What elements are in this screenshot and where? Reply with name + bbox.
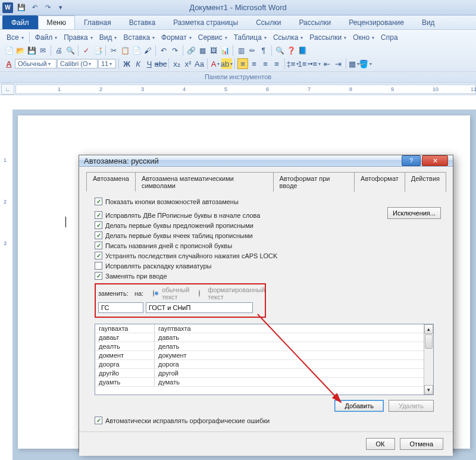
open-icon[interactable]: 📂 bbox=[15, 45, 26, 56]
menu-service[interactable]: Сервис bbox=[195, 32, 230, 43]
drawing-icon[interactable]: ✏ bbox=[247, 45, 258, 56]
chk-auto-spell[interactable] bbox=[95, 417, 102, 424]
scroll-down-icon[interactable]: ▾ bbox=[424, 385, 433, 395]
dlg-tab-math[interactable]: Автозамена математическими символами bbox=[135, 172, 274, 192]
menu-help[interactable]: Спра bbox=[378, 32, 401, 43]
spell-icon[interactable]: ✓ bbox=[81, 45, 92, 56]
dlg-tab-autoformat[interactable]: Автоформат bbox=[354, 172, 405, 192]
align-justify-icon[interactable]: ≡ bbox=[271, 58, 282, 69]
list-item[interactable]: дооргадорога bbox=[95, 360, 433, 369]
print-icon[interactable]: 🖨 bbox=[54, 45, 64, 56]
add-button[interactable]: Добавить bbox=[334, 400, 384, 412]
style-a-icon[interactable]: A bbox=[4, 58, 14, 69]
help-icon[interactable]: ❓ bbox=[286, 45, 296, 56]
chk-two-caps[interactable] bbox=[95, 211, 102, 219]
superscript-icon[interactable]: x² bbox=[183, 58, 193, 69]
decrease-indent-icon[interactable]: ⇤ bbox=[321, 58, 332, 69]
list-item[interactable]: деалтьделать bbox=[95, 342, 433, 351]
close-button[interactable]: ✕ bbox=[422, 155, 448, 166]
menu-edit[interactable]: Правка bbox=[61, 32, 96, 43]
menu-link[interactable]: Ссылка bbox=[270, 32, 306, 43]
chk-cells[interactable] bbox=[95, 231, 102, 239]
save-icon[interactable]: 💾 bbox=[15, 2, 27, 14]
tab-mailings[interactable]: Рассылки bbox=[290, 15, 340, 29]
chk-capslock[interactable] bbox=[95, 252, 102, 259]
cancel-button[interactable]: Отмена bbox=[400, 438, 443, 450]
bullet-list-icon[interactable]: •≡ bbox=[310, 58, 321, 69]
format-painter-icon[interactable]: 🖌 bbox=[142, 45, 153, 56]
bold-icon[interactable]: Ж bbox=[121, 58, 132, 69]
align-right-icon[interactable]: ≡ bbox=[260, 58, 271, 69]
menu-format[interactable]: Формат bbox=[158, 32, 195, 43]
new-icon[interactable]: 📄 bbox=[4, 45, 14, 56]
menu-all[interactable]: Все bbox=[4, 32, 27, 43]
menu-file[interactable]: Файл bbox=[32, 32, 61, 43]
style-combo[interactable]: Обычный bbox=[15, 59, 57, 68]
radio-formatted[interactable] bbox=[199, 290, 200, 297]
dlg-tab-autocorrect[interactable]: Автозамена bbox=[86, 172, 136, 192]
menu-table[interactable]: Таблица bbox=[231, 32, 270, 43]
paste-icon[interactable]: 📄 bbox=[131, 45, 142, 56]
columns-icon[interactable]: ▥ bbox=[236, 45, 246, 56]
h-ruler[interactable]: ∟ 1 2 3 4 5 6 7 8 9 10 11 bbox=[0, 83, 476, 95]
highlight-icon[interactable]: ab bbox=[221, 58, 232, 69]
replace-from-input[interactable] bbox=[98, 302, 143, 313]
cut-icon[interactable]: ✂ bbox=[108, 45, 119, 56]
exceptions-button[interactable]: Исключения... bbox=[387, 207, 441, 219]
menu-mailings[interactable]: Рассылки bbox=[306, 32, 349, 43]
increase-indent-icon[interactable]: ⇥ bbox=[333, 58, 343, 69]
list-item[interactable]: гаупвахтагауптвахта bbox=[95, 324, 433, 333]
menu-view[interactable]: Вид bbox=[96, 32, 120, 43]
change-case-icon[interactable]: Aa bbox=[194, 58, 205, 69]
tab-file[interactable]: Файл bbox=[2, 15, 38, 29]
undo-icon[interactable]: ↶ bbox=[158, 45, 169, 56]
research-icon[interactable]: 📑 bbox=[92, 45, 103, 56]
chk-show-buttons[interactable] bbox=[95, 198, 102, 205]
dlg-tab-actions[interactable]: Действия bbox=[405, 172, 446, 192]
tab-view[interactable]: Вид bbox=[413, 15, 444, 29]
strike-icon[interactable]: abc bbox=[155, 58, 166, 69]
list-item[interactable]: даваьтдавать bbox=[95, 333, 433, 342]
subscript-icon[interactable]: x₂ bbox=[171, 58, 182, 69]
preview-icon[interactable]: 🔍 bbox=[65, 45, 76, 56]
chk-days[interactable] bbox=[95, 242, 102, 249]
tab-home[interactable]: Главная bbox=[75, 15, 120, 29]
tab-refs[interactable]: Ссылки bbox=[247, 15, 290, 29]
align-center-icon[interactable]: ≡ bbox=[249, 58, 259, 69]
italic-icon[interactable]: К bbox=[133, 58, 143, 69]
menu-window[interactable]: Окно bbox=[350, 32, 377, 43]
zoom-icon[interactable]: 🔍 bbox=[274, 45, 285, 56]
list-item[interactable]: дуамтьдумать bbox=[95, 378, 433, 387]
chk-replace[interactable] bbox=[95, 272, 102, 280]
list-item[interactable]: другйодругой bbox=[95, 369, 433, 378]
font-combo[interactable]: Calibri (О bbox=[57, 59, 98, 68]
copy-icon[interactable]: 📋 bbox=[120, 45, 130, 56]
help-button[interactable]: ? bbox=[402, 155, 421, 166]
redo-icon[interactable]: ↷ bbox=[42, 2, 54, 14]
save-icon[interactable]: 💾 bbox=[26, 45, 37, 56]
size-combo[interactable]: 11 bbox=[98, 59, 116, 68]
mail-icon[interactable]: ✉ bbox=[37, 45, 48, 56]
radio-plain[interactable] bbox=[153, 290, 154, 297]
chart-icon[interactable]: 📊 bbox=[220, 45, 230, 56]
doc-map-icon[interactable]: 📘 bbox=[297, 45, 308, 56]
list-item[interactable]: докментдокумент bbox=[95, 351, 433, 360]
hyperlink-icon[interactable]: 🔗 bbox=[186, 45, 196, 56]
redo-icon[interactable]: ↷ bbox=[170, 45, 180, 56]
tab-selector[interactable]: ∟ bbox=[1, 84, 14, 95]
table-icon[interactable]: ▦ bbox=[197, 45, 208, 56]
font-color-icon[interactable]: A bbox=[210, 58, 221, 69]
dialog-titlebar[interactable]: Автозамена: русский ? ✕ bbox=[79, 155, 453, 167]
numbered-list-icon[interactable]: 1≡ bbox=[299, 58, 309, 69]
chk-keyboard[interactable] bbox=[95, 262, 102, 270]
align-left-icon[interactable]: ≡ bbox=[237, 58, 248, 69]
shading-icon[interactable]: 🪣 bbox=[360, 58, 371, 69]
undo-icon[interactable]: ↶ bbox=[29, 2, 40, 14]
dlg-tab-autoformat-typing[interactable]: Автоформат при вводе bbox=[273, 172, 355, 192]
scroll-thumb[interactable] bbox=[425, 334, 433, 349]
tab-insert[interactable]: Вставка bbox=[120, 15, 165, 29]
borders-icon[interactable]: ▦ bbox=[349, 58, 359, 69]
v-ruler[interactable]: 1 2 3 bbox=[0, 109, 13, 460]
pilcrow-icon[interactable]: ¶ bbox=[258, 45, 269, 56]
delete-button[interactable]: Удалить bbox=[389, 400, 434, 412]
